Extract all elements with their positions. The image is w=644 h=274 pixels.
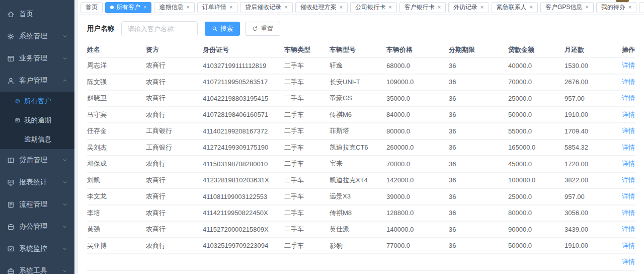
detail-link[interactable]: 详情 [622, 127, 635, 134]
detail-link[interactable]: 详情 [622, 209, 635, 217]
tab-close-icon[interactable]: × [186, 5, 189, 10]
tab[interactable]: 客户GPS信息 × [540, 2, 594, 13]
cell-vehicle-type: 二手车 [284, 90, 330, 107]
detail-link[interactable]: 详情 [622, 160, 635, 167]
cell-id-number [203, 254, 284, 270]
business-icon [7, 55, 15, 62]
tab[interactable]: 订单详情 × [197, 2, 237, 13]
cell-vehicle-model: 远景X3 [330, 188, 386, 205]
cell-monthly-payment: 3822.00 [565, 172, 615, 189]
sidebar-item-label: 贷后管理 [19, 156, 47, 165]
tab-label: 客户GPS信息 [545, 3, 582, 12]
tab-close-icon[interactable]: × [143, 5, 146, 10]
tab[interactable]: 我的待办 × [596, 2, 636, 13]
table-row: 详情 [87, 254, 635, 270]
sidebar-item[interactable]: 贷后管理 [0, 149, 74, 171]
flow-icon [7, 201, 15, 209]
sidebar-item-label: 业务管理 [19, 54, 47, 63]
tab[interactable]: 首页 [80, 2, 103, 13]
cell-id-number: 410327199111112819 [203, 57, 284, 74]
cell-loan-amount: 50000.0 [508, 238, 565, 254]
sidebar-item[interactable]: 客户管理 [0, 70, 74, 92]
sidebar-item[interactable]: 我的逾期 [0, 111, 74, 130]
avatar[interactable] [616, 0, 629, 2]
tab-close-icon[interactable]: × [340, 5, 343, 10]
monitor-icon [7, 245, 15, 253]
tab-close-icon[interactable]: × [388, 5, 391, 10]
sidebar-item-label: 首页 [19, 10, 33, 19]
tab[interactable]: 逾期信息 × [154, 2, 194, 13]
reset-button[interactable]: 重置 [245, 22, 280, 36]
cell-term: 36 [449, 57, 508, 74]
detail-link[interactable]: 详情 [622, 78, 635, 86]
sidebar-item[interactable]: 流程管理 [0, 193, 74, 216]
cell-term: 36 [449, 238, 508, 254]
tab-close-icon[interactable]: × [530, 5, 533, 10]
table-header-cell: 车辆价格 [386, 43, 449, 57]
chevron-down-icon [62, 78, 68, 84]
table-row: 吴亚博 农商行 410325199709223094 二手车 影豹 77000.… [87, 238, 635, 254]
cell-name: 吴刘杰 [87, 140, 146, 156]
sidebar-item[interactable]: 逾期信息 [0, 130, 74, 149]
table-header-row: 姓名资方身份证号车辆类型车辆型号车辆价格分期期限贷款金额月还款操作 [87, 43, 635, 57]
cell-id-number: 411081199003122553 [203, 188, 284, 205]
cell-funder: 农商行 [146, 188, 203, 205]
detail-link[interactable]: 详情 [622, 61, 635, 69]
cell-id-number: 411402199208167372 [203, 123, 284, 140]
detail-link[interactable]: 详情 [622, 192, 635, 200]
cell-monthly-payment: 957.00 [565, 90, 615, 107]
chevron-down-icon [62, 33, 68, 39]
detail-link[interactable]: 详情 [622, 225, 635, 233]
sidebar-item[interactable]: 首页 [0, 3, 74, 25]
sidebar-item[interactable]: 系统工具 [0, 260, 74, 274]
detail-link[interactable]: 详情 [622, 242, 635, 249]
table-header-cell: 车辆型号 [330, 43, 386, 57]
table-row: 任存金 工商银行 411402199208167372 二手车 菲斯塔 8000… [87, 123, 635, 140]
sidebar-item[interactable]: 系统管理 [0, 25, 74, 47]
sidebar-item-label: 客户管理 [19, 76, 47, 85]
sidebar-item[interactable]: 业务管理 [0, 47, 74, 70]
cell-vehicle-price: 260000.0 [386, 140, 449, 156]
cell-id-number: 410728198406160571 [203, 107, 284, 123]
tab[interactable]: 催收处理方案 × [295, 2, 348, 13]
table-row: 李培 农商行 41142119950822450X 二手车 传祺M8 12880… [87, 205, 635, 222]
tab-close-icon[interactable]: × [585, 5, 588, 10]
tab-label: 客户银行卡 [405, 3, 435, 12]
search-button[interactable]: 搜索 [205, 22, 240, 36]
tab-close-icon[interactable]: × [229, 5, 232, 10]
detail-link[interactable]: 详情 [622, 111, 635, 118]
customer-name-input[interactable] [121, 21, 198, 36]
detail-link[interactable]: 详情 [622, 144, 635, 151]
detail-link[interactable]: 详情 [622, 94, 635, 102]
cell-id-number: 411503198708280010 [203, 156, 284, 172]
table-row: 周志洋 农商行 410327199111112819 二手车 轩逸 68000.… [87, 57, 635, 74]
cell-vehicle-type: 二手车 [284, 107, 330, 123]
tab[interactable]: 贷后催收记录 × [240, 2, 292, 13]
gear-icon [7, 33, 15, 40]
tab[interactable]: 公司银行卡 × [350, 2, 396, 13]
tab-close-icon[interactable]: × [438, 5, 441, 10]
sidebar-item[interactable]: 办公管理 [0, 216, 74, 238]
sidebar-scrollbar-track[interactable] [74, 0, 78, 274]
tab[interactable]: 所有客户 × [105, 2, 151, 13]
cell-loan-amount: 70000.0 [508, 74, 565, 91]
tab[interactable]: 紧急联系人 × [492, 2, 538, 13]
tab-close-icon[interactable]: × [628, 5, 631, 10]
tab[interactable]: 外访记录 × [448, 2, 489, 13]
tab[interactable]: 客户银行卡 × [399, 2, 446, 13]
tab-close-icon[interactable]: × [480, 5, 484, 10]
tab-label: 外访记录 [453, 3, 477, 12]
cell-funder: 工商银行 [146, 123, 203, 140]
cell-funder: 农商行 [146, 57, 203, 74]
sidebar-item[interactable]: 报表统计 [0, 171, 74, 193]
detail-link[interactable]: 详情 [622, 176, 635, 184]
chevron-down-icon [62, 55, 68, 61]
tab-close-icon[interactable]: × [284, 5, 287, 10]
detail-link[interactable]: 详情 [622, 258, 635, 265]
sidebar-item[interactable]: 所有客户 [0, 92, 74, 111]
cell-vehicle-price [386, 254, 449, 270]
office-icon [7, 223, 15, 231]
tab[interactable]: 我的流程 × [639, 2, 644, 13]
table-row: 吴刘杰 工商银行 412724199309175190 二手车 凯迪拉克CT6 … [87, 140, 635, 156]
sidebar-item[interactable]: 系统监控 [0, 238, 74, 260]
